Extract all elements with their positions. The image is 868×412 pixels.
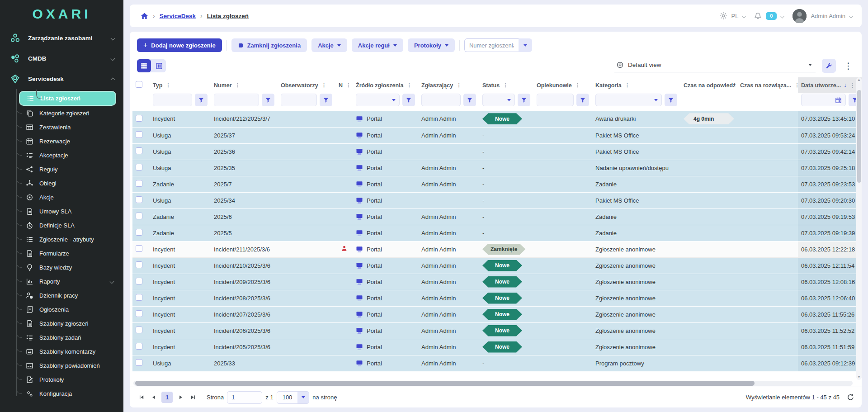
column-menu-icon[interactable]: ⋮ [346,82,351,88]
filter-button-typ[interactable] [195,94,208,106]
filter-button-zrodlo[interactable] [402,94,415,106]
breadcrumb-current[interactable]: Lista zgłoszeń [207,13,249,19]
column-menu-icon[interactable]: ⋮ [407,82,412,88]
more-options-kebab-icon[interactable]: ⋮ [842,62,854,70]
select-all-checkbox[interactable] [136,81,142,88]
row-checkbox[interactable] [136,164,142,170]
filter-button-status[interactable] [518,94,530,106]
sidebar-group-zarz-dzanie-zasobami[interactable]: Zarządzanie zasobami [0,28,123,48]
ticket-row-incident-208-2025-3-6[interactable]: IncydentIncident/208/2025/3/6PortalAdmin… [132,290,862,306]
ticket-row-incident-206-2025-3-6[interactable]: IncydentIncident/206/2025/3/6PortalAdmin… [132,322,862,339]
sidebar-item-konfiguracja[interactable]: Konfiguracja [0,387,123,401]
column-menu-icon[interactable]: ⋮ [235,82,241,88]
horizontal-scrollbar-thumb[interactable] [135,381,755,386]
protocols-dropdown-button[interactable]: Protokoły [408,38,455,52]
table-settings-button[interactable] [822,59,836,73]
row-checkbox[interactable] [136,196,142,203]
column-header-obserwatorzy[interactable]: Obserwatorzy⋮ [278,77,335,93]
column-menu-icon[interactable]: ⋮ [321,82,327,88]
sidebar-group-cmdb[interactable]: CMDB [0,48,123,69]
first-page-button[interactable] [137,393,146,402]
filter-input-kategoria[interactable] [595,94,662,106]
filter-button-kategoria[interactable] [665,94,677,106]
language-caret-icon[interactable] [742,14,746,18]
column-header-kategoria[interactable]: Kategoria⋮ [592,77,680,93]
column-menu-icon[interactable]: ⋮ [575,82,580,88]
filter-input-zrodlo[interactable] [356,94,400,106]
column-header-zrodlo[interactable]: Źródło zgłoszenia⋮ [353,77,418,93]
ticket-row-2025-6[interactable]: Zadanie2025/6PortalAdmin Admin-Zadanie07… [132,208,862,225]
column-menu-icon[interactable]: ⋮ [850,82,855,89]
filter-button-obserwatorzy[interactable] [320,94,332,106]
column-header-status[interactable]: Status⋮ [479,77,533,93]
filter-input-typ[interactable] [153,94,192,106]
filter-input-zglaszajacy[interactable] [421,94,461,106]
page-input[interactable] [227,391,262,404]
user-menu-caret-icon[interactable] [849,14,854,18]
row-checkbox[interactable] [136,213,142,219]
column-header-data[interactable]: Data utworze...↓⋮ [798,77,862,93]
row-checkbox[interactable] [136,245,142,252]
per-page-select[interactable]: 100 [277,391,310,404]
notifications-caret-icon[interactable] [780,14,785,18]
filter-button-opiekunowie[interactable] [576,94,589,106]
column-menu-icon[interactable]: ⋮ [503,82,508,88]
ticket-row-incident-211-2025-3-6[interactable]: IncydentIncident/211/2025/3/6PortalAdmin… [132,241,862,257]
vertical-scrollbar[interactable]: ▲ ▼ [856,77,862,380]
ticket-row-incident-205-2025-3-6[interactable]: IncydentIncident/205/2025/3/6PortalAdmin… [132,339,862,355]
row-checkbox[interactable] [136,327,142,333]
notifications-bell-icon[interactable] [754,12,762,20]
column-menu-icon[interactable]: ⋮ [794,82,798,88]
ticket-row-2025-33[interactable]: Usługa2025/33PortalAdmin Admin-Program p… [132,355,862,371]
scroll-down-icon[interactable]: ▼ [857,375,861,379]
sidebar-group-servicedesk[interactable]: Servicedesk [0,69,123,89]
ticket-number-caret-icon[interactable] [519,38,532,52]
kanban-view-button[interactable] [152,59,166,72]
column-menu-icon[interactable]: ⋮ [625,82,630,88]
previous-page-button[interactable] [149,393,158,402]
language-selector[interactable]: PL [731,13,739,19]
settings-gear-icon[interactable] [719,12,727,20]
horizontal-scrollbar[interactable] [133,380,853,386]
row-checkbox[interactable] [136,229,142,236]
filter-button-numer[interactable] [262,94,274,106]
row-checkbox[interactable] [136,131,142,138]
column-header-czas_rozw[interactable]: Czas na rozwiąza...⋮ [737,77,798,93]
notification-count-badge[interactable]: 0 [766,12,777,20]
column-menu-icon[interactable]: ⋮ [165,82,171,88]
ticket-row-incident-209-2025-3-6[interactable]: IncydentIncident/209/2025/3/6PortalAdmin… [132,274,862,290]
next-page-button[interactable] [176,393,185,402]
column-header-czas_odp[interactable]: Czas na odpowiedź⋮ [680,77,737,93]
row-checkbox[interactable] [136,359,142,366]
ticket-row-2025-37[interactable]: Usługa2025/37PortalAdmin Admin-Pakiet MS… [132,127,862,143]
column-header-typ[interactable]: Typ⋮ [150,77,211,93]
ticket-row-2025-35[interactable]: Usługa2025/35PortalAdmin Admin-Nadanie u… [132,160,862,176]
row-checkbox[interactable] [136,115,142,122]
ticket-number-input[interactable] [464,38,519,52]
ticket-row-2025-36[interactable]: Usługa2025/36Portal-Pakiet MS Office07.0… [132,143,862,160]
ticket-row-2025-5[interactable]: Zadanie2025/5PortalAdmin Admin-Zadanie07… [132,225,862,241]
home-icon[interactable] [141,12,148,20]
column-header-zglaszajacy[interactable]: Zgłaszający⋮ [418,77,479,93]
row-checkbox[interactable] [136,261,142,268]
filter-input-obserwatorzy[interactable] [281,94,317,106]
sidebar-item-lista-zg-osze[interactable]: Lista zgłoszeń [19,91,116,106]
row-checkbox[interactable] [136,147,142,154]
user-menu[interactable]: Admin Admin [811,13,845,19]
row-checkbox[interactable] [136,180,142,187]
column-menu-icon[interactable]: ⋮ [456,82,462,88]
ticket-row-2025-7[interactable]: Zadanie2025/7PortalAdmin Admin-Zadanie07… [132,176,862,192]
column-header-numer[interactable]: Numer⋮ [211,77,278,93]
row-checkbox[interactable] [136,343,142,350]
ticket-row-incident-212-2025-3-7[interactable]: IncydentIncident/212/2025/3/7PortalAdmin… [132,111,862,127]
add-ticket-button[interactable]: + Dodaj nowe zgłoszenie [137,38,222,52]
page-number-button[interactable]: 1 [161,392,173,403]
refresh-icon[interactable] [847,393,854,401]
scroll-up-icon[interactable]: ▲ [857,78,861,82]
filter-input-data[interactable] [801,94,846,106]
column-header-opiekunowie[interactable]: Opiekunowie⋮ [533,77,592,93]
column-header-n[interactable]: N⋮ [335,77,353,93]
actions-dropdown-button[interactable]: Akcje [311,38,347,52]
ticket-row-2025-34[interactable]: Usługa2025/34Portal-Pakiet MS Office07.0… [132,192,862,208]
row-checkbox[interactable] [136,310,142,317]
